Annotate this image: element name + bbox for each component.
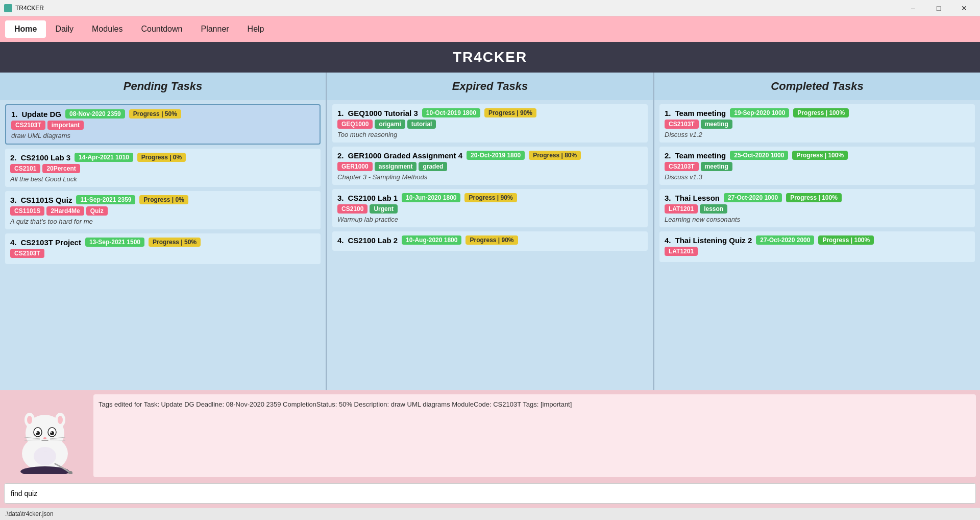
completed-task-2[interactable]: 2. Team meeting 25-Oct-2020 1000 Progres… <box>659 147 975 185</box>
task-num: 4. <box>337 236 344 245</box>
tag: 2Hard4Me <box>46 206 84 216</box>
titlebar-controls: – □ ✕ <box>901 0 976 16</box>
progress-badge: Progress | 100% <box>793 108 849 117</box>
tags-row: CS2103T meeting <box>665 162 970 171</box>
tags-row: CS1101S 2Hard4Me Quiz <box>10 206 315 216</box>
tag: CS2103T <box>665 120 699 129</box>
completed-task-3[interactable]: 3. Thai Lesson 27-Oct-2020 1000 Progress… <box>659 189 975 227</box>
task-name: Team meeting <box>675 151 726 160</box>
completed-task-1[interactable]: 1. Team meeting 19-Sep-2020 1000 Progres… <box>659 104 975 143</box>
tags-row: CS2103T <box>10 249 315 258</box>
tags-row: CS2103T important <box>11 121 314 130</box>
task-desc: Too much reasoning <box>337 131 643 138</box>
progress-badge: Progress | 100% <box>792 151 848 160</box>
progress-badge: Progress | 100% <box>786 193 842 202</box>
pending-scroll[interactable]: 1. Update DG 08-Nov-2020 2359 Progress |… <box>0 100 326 390</box>
progress-badge: Progress | 50% <box>129 109 181 119</box>
pending-task-3[interactable]: 3. CS1101S Quiz 11-Sep-2021 2359 Progres… <box>5 191 321 229</box>
expired-task-1[interactable]: 1. GEQ1000 Tutorial 3 10-Oct-2019 1800 P… <box>332 104 648 143</box>
bottom-section: Tags edited for Task: Update DG Deadline… <box>0 390 980 508</box>
task-desc: Warmup lab practice <box>337 216 643 223</box>
titlebar-app-name: TR4CKER <box>15 5 44 12</box>
task-name: GER1000 Graded Assignment 4 <box>348 151 463 160</box>
tag: 20Percent <box>42 164 80 173</box>
svg-point-11 <box>50 432 52 433</box>
task-num: 3. <box>665 194 671 202</box>
tag: graded <box>419 162 447 171</box>
task-name: CS2100 Lab 2 <box>348 236 398 245</box>
task-name: GEQ1000 Tutorial 3 <box>348 109 418 117</box>
task-name: Thai Listening Quiz 2 <box>675 236 752 245</box>
deadline-badge: 27-Oct-2020 1000 <box>724 193 782 202</box>
expired-task-2[interactable]: 2. GER1000 Graded Assignment 4 20-Oct-20… <box>332 147 648 185</box>
task-name: CS1101S Quiz <box>21 196 72 204</box>
expired-header: Expired Tasks <box>327 73 653 100</box>
search-input[interactable] <box>4 483 976 504</box>
pending-task-4[interactable]: 4. CS2103T Project 13-Sep-2021 1500 Prog… <box>5 233 321 264</box>
task-desc: Discuss v1.2 <box>665 131 970 138</box>
tags-row: GEQ1000 origami tutorial <box>337 120 643 129</box>
tag: GEQ1000 <box>337 120 373 129</box>
deadline-badge: 14-Apr-2021 1010 <box>75 153 133 162</box>
task-name: Team meeting <box>675 109 726 117</box>
minimize-button[interactable]: – <box>901 0 925 16</box>
progress-badge: Progress | 90% <box>465 235 518 245</box>
tags-row: CS2103T meeting <box>665 120 970 129</box>
tags-row: LAT1201 lesson <box>665 204 970 214</box>
menu-daily[interactable]: Daily <box>46 20 83 38</box>
status-bar: .\data\tr4cker.json <box>0 508 980 520</box>
task-desc: Discuss v1.3 <box>665 173 970 181</box>
deadline-badge: 10-Aug-2020 1800 <box>402 235 461 245</box>
pending-header: Pending Tasks <box>0 73 326 100</box>
tag: lesson <box>700 204 727 214</box>
svg-point-12 <box>43 437 46 439</box>
task-num: 1. <box>665 109 671 117</box>
titlebar: TR4CKER – □ ✕ <box>0 0 980 16</box>
expired-scroll[interactable]: 1. GEQ1000 Tutorial 3 10-Oct-2019 1800 P… <box>327 100 653 390</box>
task-num: 3. <box>337 194 344 202</box>
tags-row: CS2100 Urgent <box>337 204 643 214</box>
menu-countdown[interactable]: Countdown <box>132 20 192 38</box>
menu-modules[interactable]: Modules <box>83 20 132 38</box>
tag: meeting <box>701 120 732 129</box>
tag: important <box>47 121 84 130</box>
tag: GER1000 <box>337 162 373 171</box>
task-num: 2. <box>10 153 17 162</box>
completed-column: Completed Tasks 1. Team meeting 19-Sep-2… <box>654 73 980 390</box>
status-path: .\data\tr4cker.json <box>5 510 54 517</box>
completed-task-4[interactable]: 4. Thai Listening Quiz 2 27-Oct-2020 200… <box>659 231 975 262</box>
close-button[interactable]: ✕ <box>952 0 976 16</box>
task-desc: A quiz that's too hard for me <box>10 218 315 225</box>
tag: CS2103T <box>10 249 44 258</box>
tag: CS1101S <box>10 206 44 216</box>
task-num: 1. <box>11 110 18 119</box>
task-num: 4. <box>10 238 17 247</box>
task-num: 2. <box>665 151 671 160</box>
menu-home[interactable]: Home <box>5 20 46 38</box>
expired-task-4[interactable]: 4. CS2100 Lab 2 10-Aug-2020 1800 Progres… <box>332 231 648 251</box>
task-name: CS2100 Lab 3 <box>21 153 71 162</box>
pending-task-2[interactable]: 2. CS2100 Lab 3 14-Apr-2021 1010 Progres… <box>5 149 321 187</box>
task-num: 3. <box>10 196 17 204</box>
menu-planner[interactable]: Planner <box>191 20 238 38</box>
tags-row: CS2101 20Percent <box>10 164 315 173</box>
deadline-badge: 20-Oct-2019 1800 <box>467 151 525 160</box>
task-num: 2. <box>337 151 344 160</box>
progress-badge: Progress | 90% <box>464 193 517 202</box>
completed-scroll[interactable]: 1. Team meeting 19-Sep-2020 1000 Progres… <box>654 100 980 390</box>
main-content: Pending Tasks 1. Update DG 08-Nov-2020 2… <box>0 73 980 390</box>
mascot-svg <box>14 397 76 474</box>
tags-row: GER1000 assignment graded <box>337 162 643 171</box>
expired-task-3[interactable]: 3. CS2100 Lab 1 10-Jun-2020 1800 Progres… <box>332 189 648 227</box>
tag: CS2100 <box>337 204 368 214</box>
titlebar-left: TR4CKER <box>4 4 44 12</box>
maximize-button[interactable]: □ <box>927 0 950 16</box>
pending-task-1[interactable]: 1. Update DG 08-Nov-2020 2359 Progress |… <box>5 104 321 145</box>
task-desc: Learning new consonants <box>665 216 970 223</box>
task-num: 4. <box>665 236 671 245</box>
tag: LAT1201 <box>665 204 698 214</box>
deadline-badge: 19-Sep-2020 1000 <box>730 108 789 117</box>
progress-badge: Progress | 0% <box>137 153 186 162</box>
expired-column: Expired Tasks 1. GEQ1000 Tutorial 3 10-O… <box>327 73 654 390</box>
menu-help[interactable]: Help <box>238 20 274 38</box>
